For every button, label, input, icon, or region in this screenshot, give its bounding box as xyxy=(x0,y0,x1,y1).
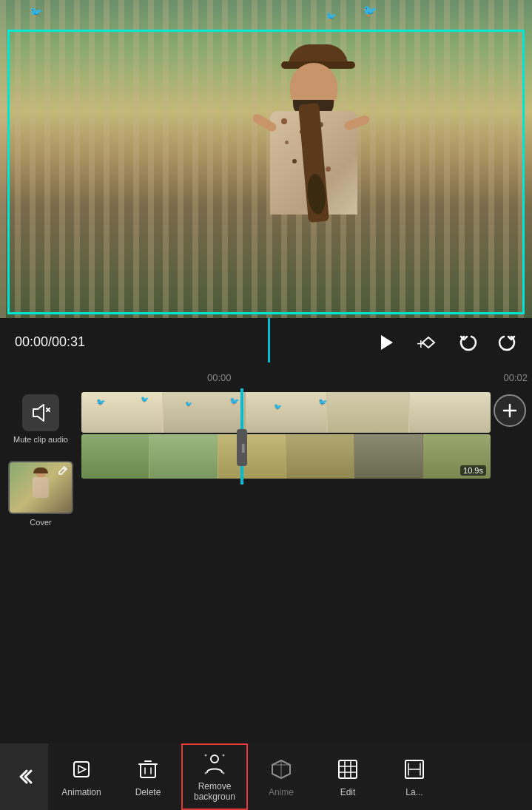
back-button[interactable] xyxy=(0,743,48,810)
animation-label: Animation xyxy=(61,787,101,797)
add-keyframe-button[interactable]: + xyxy=(415,330,440,355)
time-display: 00:00/00:31 xyxy=(15,334,85,350)
svg-point-18 xyxy=(223,754,225,756)
delete-label: Delete xyxy=(135,787,161,797)
strip-bird-5: 🐦 xyxy=(274,403,282,411)
strip-top[interactable]: 🐦 🐦 🐦 🐦 🐦 🐦 xyxy=(81,392,491,433)
mute-icon-wrap xyxy=(22,394,59,431)
strip-bird-3: 🐦 xyxy=(185,401,192,408)
playhead-line xyxy=(268,318,270,362)
video-strips: 🐦 🐦 🐦 🐦 🐦 🐦 10.9s xyxy=(81,388,491,479)
remove-bg-icon xyxy=(201,752,228,777)
edit-label: Edit xyxy=(340,787,356,797)
ruler-time-2: 00:02 xyxy=(504,372,528,383)
svg-point-19 xyxy=(205,772,207,774)
edit-icon xyxy=(334,756,361,783)
strip-bird-4: 🐦 xyxy=(229,396,240,406)
bird-1: 🐦 xyxy=(30,6,42,18)
svg-marker-3 xyxy=(33,405,44,421)
play-button[interactable] xyxy=(374,331,397,354)
edit-tool[interactable]: Edit xyxy=(314,743,381,810)
redo-button[interactable] xyxy=(496,332,517,353)
delete-icon xyxy=(135,756,161,783)
control-buttons: + xyxy=(374,330,517,355)
add-clip-button[interactable] xyxy=(494,394,526,427)
duration-badge: 10.9s xyxy=(460,465,486,476)
layout-icon xyxy=(401,756,428,783)
svg-point-16 xyxy=(211,755,218,763)
cover-edit-icon xyxy=(58,465,68,476)
animation-icon xyxy=(68,756,95,783)
anime-tool[interactable]: Anime xyxy=(248,743,314,810)
strip-bottom[interactable]: 10.9s xyxy=(81,434,491,479)
bird-3: 🐦 xyxy=(363,4,377,18)
svg-rect-11 xyxy=(141,764,155,777)
cover-tool[interactable]: Cover xyxy=(8,455,73,527)
mute-label: Mute clip audio xyxy=(13,435,68,444)
clip-area: Mute clip audio xyxy=(0,388,532,485)
svg-point-17 xyxy=(205,754,207,756)
cover-label: Cover xyxy=(30,518,51,527)
controls-row: 00:00/00:31 + xyxy=(0,318,532,366)
anime-label: Anime xyxy=(269,787,294,797)
video-preview: 🐦 🐦 🐦 xyxy=(0,0,532,318)
strip-bird-1: 🐦 xyxy=(96,398,105,406)
bottom-tools: Animation Delete xyxy=(48,743,532,810)
left-tools: Mute clip audio xyxy=(0,388,74,527)
collapse-icon: ▐ xyxy=(239,444,244,452)
svg-point-20 xyxy=(223,772,225,774)
person-figure xyxy=(237,37,385,318)
animation-tool[interactable]: Animation xyxy=(48,743,115,810)
ruler-time-0: 00:00 xyxy=(207,372,232,383)
remove-bg-tool[interactable]: Removebackgroun xyxy=(181,743,248,810)
remove-bg-label: Removebackgroun xyxy=(194,781,235,803)
bottom-toolbar: Animation Delete xyxy=(0,743,532,810)
anime-icon xyxy=(268,756,294,783)
undo-button[interactable] xyxy=(458,332,479,353)
delete-tool[interactable]: Delete xyxy=(115,743,181,810)
svg-rect-23 xyxy=(339,760,357,778)
bird-2: 🐦 xyxy=(326,11,337,21)
mute-clip-tool[interactable]: Mute clip audio xyxy=(13,394,68,444)
collapse-handle[interactable]: ▐ xyxy=(237,429,247,466)
svg-marker-0 xyxy=(381,335,393,350)
cover-thumbnail xyxy=(8,461,73,514)
strip-bird-2: 🐦 xyxy=(141,396,149,403)
timeline-ruler: 00:00 00:02 xyxy=(0,366,532,388)
layout-label: La... xyxy=(405,787,422,797)
svg-marker-10 xyxy=(78,766,86,773)
strip-bird-6: 🐦 xyxy=(318,398,327,406)
timeline-area: 00:00/00:31 + xyxy=(0,318,532,481)
layout-tool[interactable]: La... xyxy=(381,743,448,810)
video-scene: 🐦 🐦 🐦 xyxy=(0,0,532,318)
